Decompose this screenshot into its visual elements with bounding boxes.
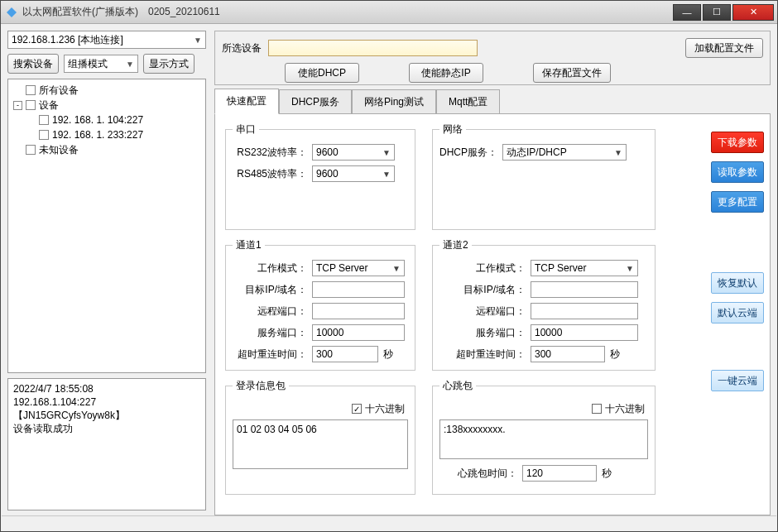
ch1-remote-port-input[interactable]: [312, 303, 405, 319]
tree-leaf[interactable]: 192. 168. 1. 233:227: [10, 127, 204, 142]
ch1-service-port-label: 服务端口：: [233, 326, 312, 340]
ch1-reconnect-input[interactable]: 300: [312, 346, 378, 362]
log-line: 2022/4/7 18:55:08: [13, 382, 200, 395]
titlebar: 以太网配置软件(广播版本) 0205_20210611 — ☐ ✕: [1, 1, 777, 24]
ch2-mode-combo[interactable]: TCP Server▼: [531, 260, 638, 276]
rs232-label: RS232波特率：: [233, 146, 312, 160]
maximize-button[interactable]: ☐: [703, 4, 731, 21]
group-channel1: 通道1 工作模式： TCP Server▼ 目标IP/域名： 远程端口：: [225, 238, 415, 371]
chevron-down-icon: ▼: [612, 148, 624, 157]
tab-body: 串口 RS232波特率： 9600▼ RS485波特率： 9600▼: [214, 113, 771, 515]
ch2-reconnect-label: 超时重连时间：: [439, 347, 531, 362]
save-config-button[interactable]: 保存配置文件: [533, 63, 611, 83]
group-network-legend: 网络: [439, 122, 466, 137]
ch1-mode-combo[interactable]: TCP Server▼: [312, 260, 405, 276]
dhcp-service-combo[interactable]: 动态IP/DHCP▼: [502, 144, 627, 161]
ch2-service-port-input[interactable]: 10000: [531, 324, 638, 341]
group-serial-legend: 串口: [233, 122, 259, 137]
dhcp-service-label: DHCP服务：: [439, 146, 502, 160]
more-config-button[interactable]: 更多配置: [711, 191, 764, 213]
heartbeat-interval-label: 心跳包时间：: [439, 467, 522, 481]
app-window: 以太网配置软件(广播版本) 0205_20210611 — ☐ ✕ 192.16…: [0, 0, 778, 532]
heartbeat-interval-input[interactable]: 120: [522, 465, 597, 482]
login-hex-checkbox[interactable]: ✓ 十六进制: [352, 402, 405, 416]
rs485-combo[interactable]: 9600▼: [312, 165, 395, 182]
seconds-unit: 秒: [383, 347, 393, 362]
heartbeat-input[interactable]: :138xxxxxxxx.: [439, 419, 648, 459]
window-buttons: — ☐ ✕: [671, 4, 774, 21]
tab-ping[interactable]: 网络Ping测试: [352, 89, 436, 114]
ch2-reconnect-input[interactable]: 300: [531, 346, 605, 362]
close-button[interactable]: ✕: [732, 4, 774, 21]
log-line: 设备读取成功: [13, 422, 200, 435]
right-panel: 所选设备 加载配置文件 使能DHCP 使能静态IP 保存配置文件 快速配置 DH…: [211, 24, 777, 517]
checkbox-icon: ✓: [352, 404, 362, 414]
group-network: 网络 DHCP服务： 动态IP/DHCP▼: [432, 122, 656, 230]
read-params-button[interactable]: 读取参数: [711, 161, 764, 183]
mode-combo-value: 组播模式: [68, 57, 108, 71]
ch2-target-input[interactable]: [531, 281, 638, 298]
login-packet-input[interactable]: 01 02 03 04 05 06: [233, 419, 408, 469]
ch2-target-label: 目标IP/域名：: [439, 283, 531, 297]
tree-node-all[interactable]: 所有设备: [10, 83, 204, 98]
app-icon: [6, 7, 17, 18]
display-mode-button[interactable]: 显示方式: [143, 54, 194, 74]
one-click-cloud-button[interactable]: 一键云端: [711, 370, 764, 391]
download-params-button[interactable]: 下载参数: [711, 132, 764, 153]
ch2-remote-port-label: 远程端口：: [439, 304, 531, 319]
group-serial: 串口 RS232波特率： 9600▼ RS485波特率： 9600▼: [225, 122, 415, 230]
log-box[interactable]: 2022/4/7 18:55:08 192.168.1.104:227 【JN1…: [7, 378, 206, 510]
tab-dhcp[interactable]: DHCP服务: [279, 89, 352, 114]
log-line: 【JN15GRCyfsYoyw8k】: [13, 409, 200, 422]
tree-node-devices[interactable]: - 设备: [10, 98, 204, 113]
client-area: 192.168.1.236 [本地连接] ▼ 搜索设备 组播模式 ▼ 显示方式 …: [1, 24, 777, 517]
device-tree[interactable]: 所有设备 - 设备 192. 168. 1. 104:227 192. 168.…: [7, 79, 206, 373]
default-cloud-button[interactable]: 默认云端: [711, 302, 764, 324]
ch1-target-input[interactable]: [312, 281, 405, 298]
nic-combo[interactable]: 192.168.1.236 [本地连接] ▼: [7, 31, 206, 49]
load-config-button[interactable]: 加载配置文件: [685, 38, 763, 58]
rs232-combo[interactable]: 9600▼: [312, 144, 395, 161]
tree-node-unknown[interactable]: 未知设备: [10, 142, 204, 157]
window-title: 以太网配置软件(广播版本) 0205_20210611: [22, 5, 671, 19]
ch1-remote-port-label: 远程端口：: [233, 304, 312, 319]
chevron-down-icon: ▼: [624, 264, 636, 273]
chevron-down-icon: ▼: [381, 148, 392, 157]
left-panel: 192.168.1.236 [本地连接] ▼ 搜索设备 组播模式 ▼ 显示方式 …: [1, 24, 211, 517]
group-login-packet: 登录信息包 ✓ 十六进制 01 02 03 04 05 06: [225, 379, 415, 495]
ch1-mode-label: 工作模式：: [233, 261, 312, 276]
seconds-unit: 秒: [610, 347, 620, 362]
group-channel2-legend: 通道2: [439, 238, 472, 252]
chevron-down-icon: ▼: [381, 170, 392, 179]
selected-device-label: 所选设备: [222, 41, 262, 55]
ch2-remote-port-input[interactable]: [531, 303, 638, 319]
ch2-service-port-label: 服务端口：: [439, 326, 531, 340]
ch2-mode-label: 工作模式：: [439, 261, 531, 276]
log-line: 192.168.1.104:227: [13, 395, 200, 409]
collapse-icon[interactable]: -: [13, 101, 22, 110]
group-login-legend: 登录信息包: [233, 379, 289, 393]
nic-combo-value: 192.168.1.236 [本地连接]: [12, 33, 123, 47]
mode-combo[interactable]: 组播模式 ▼: [64, 55, 138, 73]
selected-device-field[interactable]: [268, 40, 478, 56]
minimize-button[interactable]: —: [673, 4, 701, 21]
enable-static-button[interactable]: 使能静态IP: [409, 63, 483, 83]
tab-quick[interactable]: 快速配置: [214, 89, 279, 114]
rs485-label: RS485波特率：: [233, 167, 312, 181]
chevron-down-icon: ▼: [391, 264, 402, 273]
seconds-unit: 秒: [602, 467, 612, 481]
checkbox-icon: [592, 404, 602, 414]
ch1-reconnect-label: 超时重连时间：: [233, 347, 312, 362]
enable-dhcp-button[interactable]: 使能DHCP: [285, 63, 359, 83]
heart-hex-checkbox[interactable]: 十六进制: [592, 402, 645, 416]
restore-default-button[interactable]: 恢复默认: [711, 272, 764, 294]
tree-leaf[interactable]: 192. 168. 1. 104:227: [10, 113, 204, 127]
tab-mqtt[interactable]: Mqtt配置: [436, 89, 500, 114]
top-config-frame: 所选设备 加载配置文件 使能DHCP 使能静态IP 保存配置文件: [214, 31, 771, 85]
side-buttons: 下载参数 读取参数 更多配置 恢复默认 默认云端 一键云端: [711, 132, 764, 391]
svg-marker-0: [7, 7, 17, 17]
group-channel1-legend: 通道1: [233, 238, 265, 252]
search-device-button[interactable]: 搜索设备: [7, 54, 59, 74]
group-heartbeat: 心跳包 十六进制 :138xxxxxxxx. 心跳包时间： 120 秒: [432, 379, 656, 495]
ch1-service-port-input[interactable]: 10000: [312, 324, 405, 341]
